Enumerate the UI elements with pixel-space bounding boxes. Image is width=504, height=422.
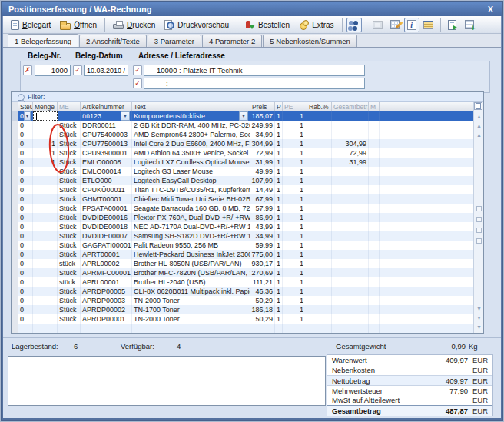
table-row[interactable]: 0StückCPU75400003AMD Sempron64 2800+ Pal… xyxy=(12,130,474,139)
cell-steu[interactable]: 0 xyxy=(18,241,33,250)
row-indicator[interactable] xyxy=(12,130,18,139)
cell-artikelnummer[interactable]: EMLO00014 xyxy=(81,167,132,176)
row-indicator[interactable] xyxy=(12,176,18,185)
cell-m[interactable] xyxy=(369,121,380,130)
cell-p[interactable]: 1 xyxy=(275,130,283,139)
scroll-page-up-icon[interactable]: ▲ xyxy=(474,131,484,139)
cell-artikelnummer[interactable]: GHMT00001 xyxy=(81,194,132,204)
tab-parameter-2[interactable]: 4 Parameter 2 xyxy=(202,35,262,47)
cell-menge[interactable] xyxy=(33,241,58,250)
cell-menge[interactable] xyxy=(33,231,58,241)
table-row[interactable]: 01StückEMLO00008Logitech LX7 Cordless Op… xyxy=(12,158,474,167)
cell-m[interactable] xyxy=(369,259,380,268)
cell-pe[interactable]: 1 xyxy=(283,204,307,213)
cell-artikelnummer[interactable]: APRL00002 xyxy=(81,259,132,268)
layout-windows-icon[interactable] xyxy=(474,102,482,110)
row-indicator[interactable] xyxy=(12,231,18,241)
cell-gesamtbetrag[interactable] xyxy=(332,111,369,121)
cell-me[interactable]: Stück xyxy=(58,213,81,222)
cell-menge[interactable]: 1 xyxy=(33,158,58,167)
cell-text[interactable]: Samsung SH-S182D DVD-+R/-+RW 18/18x D xyxy=(132,231,250,241)
column-header-text[interactable]: Text xyxy=(132,102,250,111)
cell-pe[interactable]: 1 xyxy=(283,287,307,296)
cell-gesamtbetrag[interactable] xyxy=(332,296,369,305)
cell-text[interactable]: Brother MFC-7820N (USB/PAR/LAN, Scannen xyxy=(132,268,250,277)
cell-text[interactable]: NEC AD-7170A Dual-DVD-+R/-+RW 18/18fac xyxy=(132,222,250,231)
cell-text[interactable]: Intel Core 2 Duo E6600, 2400 MHz, FSB 10… xyxy=(132,139,250,148)
cell-rab[interactable] xyxy=(307,130,332,139)
row-indicator[interactable] xyxy=(12,148,18,158)
cell-rab[interactable] xyxy=(307,296,332,305)
row-indicator[interactable] xyxy=(12,296,18,305)
beleg-datum-input[interactable] xyxy=(84,65,128,76)
tab-belegerfassung[interactable]: 1 Belegerfassung xyxy=(8,34,78,47)
cell-m[interactable] xyxy=(369,176,380,185)
row-indicator[interactable] xyxy=(12,204,18,213)
cell-m[interactable] xyxy=(369,222,380,231)
cell-pe[interactable]: 1 xyxy=(283,231,307,241)
cell-gesamtbetrag[interactable] xyxy=(332,250,369,259)
cell-gesamtbetrag[interactable] xyxy=(332,176,369,185)
adresse-input[interactable] xyxy=(144,65,365,76)
cell-menge[interactable]: 1 xyxy=(33,148,58,158)
cell-p[interactable]: 1 xyxy=(275,241,283,250)
table-row[interactable]: 0stückAPRL00002Brother HL-8050N (USB/PAR… xyxy=(12,259,474,268)
row-indicator[interactable] xyxy=(12,121,18,130)
cell-me[interactable]: Stück xyxy=(58,268,81,277)
beleg-datum-picker-button[interactable]: ✓ xyxy=(73,65,82,75)
cell-m[interactable] xyxy=(369,167,380,176)
cell-preis[interactable]: 270,69 xyxy=(250,268,275,277)
cell-preis[interactable]: 67,99 xyxy=(250,194,275,204)
cell-text[interactable]: Palit Radeon 9550, 256 MB xyxy=(132,241,250,250)
beleg-nr-clear-button[interactable]: ✗ xyxy=(23,65,32,75)
table-row[interactable]: 0StückDDR000112 GB Kit DDR-RAM, 400 MHz,… xyxy=(12,121,474,130)
cell-gesamtbetrag[interactable] xyxy=(332,314,369,324)
cell-text[interactable]: AMD Sempron64 2800+ Palermo, Sockel 754 xyxy=(132,130,250,139)
cell-preis[interactable]: 59,99 xyxy=(250,241,275,250)
table-row[interactable]: 0StückAPRT00001Hewlett-Packard Business … xyxy=(12,250,474,259)
druckvorschau-button[interactable]: Druckvorschau xyxy=(160,18,234,32)
cell-pe[interactable]: 1 xyxy=(283,111,307,121)
cell-rab[interactable] xyxy=(307,241,332,250)
cell-gesamtbetrag[interactable]: 304,99 xyxy=(332,139,369,148)
scroll-up-icon[interactable]: ▲ xyxy=(474,122,484,130)
cell-preis[interactable]: 249,99 xyxy=(250,121,275,130)
cell-artikelnummer[interactable]: DVDIDE00016 xyxy=(81,213,132,222)
row-indicator[interactable] xyxy=(12,259,18,268)
cell-p[interactable]: 1 xyxy=(275,259,283,268)
cell-p[interactable]: 1 xyxy=(275,231,283,241)
lieferadresse-picker-button[interactable]: ✓ xyxy=(133,78,142,88)
cell-pe[interactable]: 1 xyxy=(283,158,307,167)
cell-menge[interactable] xyxy=(33,287,58,296)
tab-anschrift-texte[interactable]: 2 Anschrift/Texte xyxy=(79,35,147,47)
cell-gesamtbetrag[interactable] xyxy=(332,287,369,296)
cell-menge[interactable] xyxy=(33,268,58,277)
cell-gesamtbetrag[interactable]: 72,99 xyxy=(332,148,369,158)
cell-steu[interactable]: 0 xyxy=(18,111,33,121)
cell-preis[interactable]: 46,36 xyxy=(250,287,275,296)
cell-text[interactable]: TN-1700 Toner xyxy=(132,305,250,314)
cell-menge[interactable] xyxy=(33,167,58,176)
cell-m[interactable] xyxy=(369,250,380,259)
close-button[interactable]: X xyxy=(486,5,496,14)
cell-gesamtbetrag[interactable] xyxy=(332,167,369,176)
cell-menge[interactable] xyxy=(33,296,58,305)
cell-p[interactable]: 1 xyxy=(275,314,283,324)
row-indicator[interactable] xyxy=(12,250,18,259)
cell-p[interactable]: 1 xyxy=(275,287,283,296)
cell-artikelnummer[interactable]: FPSATA00001 xyxy=(81,204,132,213)
cell-text[interactable]: Brother HL-8050N (USB/PAR/LAN) xyxy=(132,259,250,268)
cell-p[interactable]: 1 xyxy=(275,250,283,259)
cell-p[interactable]: 1 xyxy=(275,139,283,148)
cell-preis[interactable]: 34,99 xyxy=(250,130,275,139)
scroll-page-down-icon[interactable]: ▼ xyxy=(474,314,484,322)
notes-area[interactable] xyxy=(8,356,326,406)
beleg-nr-input[interactable] xyxy=(35,65,71,76)
cell-steu[interactable]: 0 xyxy=(18,130,33,139)
cell-rab[interactable] xyxy=(307,259,332,268)
cell-text[interactable]: Seagate Barracuda 160 GB, 8 MB, 7200, NC xyxy=(132,204,250,213)
cell-m[interactable] xyxy=(369,241,380,250)
row-indicator[interactable] xyxy=(12,268,18,277)
table-row[interactable]: 0StückETLO000Logitech EasyCall Desktop10… xyxy=(12,176,474,185)
table-row[interactable]: 01StückCPU93900001AMD Athlon 64 3500+ Ve… xyxy=(12,148,474,158)
